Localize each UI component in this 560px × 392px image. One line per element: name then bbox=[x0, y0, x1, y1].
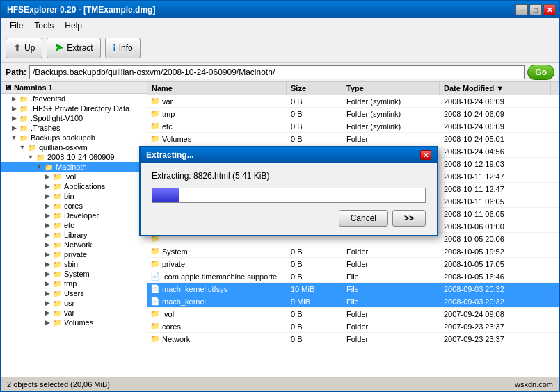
expand-arrow[interactable]: ▶ bbox=[43, 222, 51, 229]
tree-item-spotlight[interactable]: ▶📁.Spotlight-V100 bbox=[1, 113, 147, 123]
expand-arrow[interactable]: ▶ bbox=[10, 95, 18, 102]
expand-arrow[interactable]: ▶ bbox=[43, 309, 51, 316]
title-bar: HFSExplorer 0.20 - [TMExample.dmg] ─ □ ✕ bbox=[1, 1, 559, 18]
col-header-name[interactable]: Name bbox=[147, 82, 287, 95]
tree-item-library[interactable]: ▶📁Library bbox=[1, 230, 147, 240]
col-header-type[interactable]: Type bbox=[342, 82, 440, 95]
folder-icon: 📁 bbox=[150, 334, 160, 343]
table-row[interactable]: 📄.com.apple.timemachine.supporte0 BFile2… bbox=[147, 270, 559, 283]
progress-label: 9,6% (2,25 GiB/23,56 GiB) bbox=[152, 190, 425, 198]
menu-tools[interactable]: Tools bbox=[29, 19, 59, 32]
tree-item-backups[interactable]: ▼📁Backups.backupdb bbox=[1, 133, 147, 142]
expand-arrow[interactable]: ▼ bbox=[26, 154, 35, 161]
expand-arrow[interactable]: ▶ bbox=[43, 212, 51, 219]
folder-icon: 📁 bbox=[150, 247, 160, 256]
expand-arrow[interactable]: ▶ bbox=[43, 270, 51, 277]
tree-item-etc[interactable]: ▶📁etc bbox=[1, 220, 147, 230]
tree-item-vol[interactable]: ▶📁.vol bbox=[1, 172, 147, 181]
expand-arrow[interactable]: ▶ bbox=[10, 124, 18, 131]
minimize-button[interactable]: ─ bbox=[515, 4, 528, 15]
tree-item-label: private bbox=[64, 250, 87, 259]
file-date-cell: 2008-10-12 19:03 bbox=[440, 158, 551, 170]
table-row[interactable]: 📁.vol0 BFolder2007-09-24 09:08 bbox=[147, 308, 559, 320]
expand-arrow[interactable]: ▶ bbox=[43, 193, 51, 199]
extract-button[interactable]: Extract bbox=[47, 38, 100, 58]
file-name-cell: 📁System bbox=[147, 245, 287, 257]
tree-item-fseventsd[interactable]: ▶📁.fseventsd bbox=[1, 94, 147, 104]
folder-icon: 📁 bbox=[150, 322, 160, 331]
window-title: HFSExplorer 0.20 - [TMExample.dmg] bbox=[7, 5, 155, 15]
tree-item-developer[interactable]: ▶📁Developer bbox=[1, 211, 147, 220]
tree-item-date-folder[interactable]: ▼📁2008-10-24-060909 bbox=[1, 152, 147, 162]
menu-bar: File Tools Help bbox=[1, 18, 559, 33]
file-date-cell: 2008-10-24 06:09 bbox=[440, 121, 551, 132]
expand-arrow[interactable]: ▶ bbox=[43, 290, 51, 297]
table-row[interactable]: 📁tmp0 BFolder (symlink)2008-10-24 06:09 bbox=[147, 108, 559, 120]
tree-item-macinoth[interactable]: ▼📁Macinoth bbox=[1, 162, 147, 172]
tree-item-hfs-private[interactable]: ▶📁.HFS+ Private Directory Data bbox=[1, 104, 147, 113]
table-row[interactable]: 📁System0 BFolder2008-10-05 19:52 bbox=[147, 245, 559, 258]
expand-arrow[interactable]: ▶ bbox=[43, 241, 51, 248]
cancel-button[interactable]: Cancel bbox=[339, 210, 388, 227]
tree-item-quillian[interactable]: ▼📁quillian-osxvm bbox=[1, 142, 147, 152]
expand-arrow[interactable]: ▼ bbox=[35, 163, 43, 170]
expand-arrow[interactable]: ▼ bbox=[18, 144, 26, 151]
tree-container: ▶📁.fseventsd▶📁.HFS+ Private Directory Da… bbox=[1, 94, 147, 327]
tree-item-system[interactable]: ▶📁System bbox=[1, 269, 147, 279]
forward-button[interactable]: >> bbox=[392, 210, 426, 227]
tree-item-applications[interactable]: ▶📁Applications bbox=[1, 181, 147, 191]
expand-arrow[interactable]: ▶ bbox=[43, 261, 51, 268]
tree-item-private[interactable]: ▶📁private bbox=[1, 250, 147, 259]
expand-arrow[interactable]: ▶ bbox=[10, 105, 18, 112]
table-row[interactable]: 📁etc0 BFolder (symlink)2008-10-24 06:09 bbox=[147, 120, 559, 133]
maximize-button[interactable]: □ bbox=[529, 4, 542, 15]
table-row[interactable]: 📁Network0 BFolder2007-09-23 23:37 bbox=[147, 333, 559, 345]
go-button[interactable]: Go bbox=[527, 65, 554, 80]
tree-item-cores[interactable]: ▶📁cores bbox=[1, 201, 147, 211]
tree-item-network[interactable]: ▶📁Network bbox=[1, 240, 147, 250]
table-row[interactable]: 📄mach_kernel.ctfsys10 MiBFile2008-09-03 … bbox=[147, 283, 559, 295]
expand-arrow[interactable]: ▶ bbox=[43, 251, 51, 258]
expand-arrow[interactable]: ▶ bbox=[10, 115, 18, 122]
expand-arrow[interactable]: ▶ bbox=[43, 202, 51, 209]
table-row[interactable]: 📄mach_kernel9 MiBFile2008-09-03 20:32 bbox=[147, 295, 559, 308]
file-date-cell: 2008-10-11 12:47 bbox=[440, 183, 551, 195]
table-row[interactable]: 📁cores0 BFolder2007-09-23 23:37 bbox=[147, 320, 559, 333]
file-icon: 📄 bbox=[150, 284, 160, 293]
tree-item-tmp[interactable]: ▶📁tmp bbox=[1, 279, 147, 288]
file-type-cell: Folder (symlink) bbox=[342, 121, 440, 132]
tree-item-var[interactable]: ▶📁var bbox=[1, 308, 147, 318]
tree-item-volumes[interactable]: ▶📁Volumes bbox=[1, 318, 147, 327]
expand-arrow[interactable]: ▶ bbox=[43, 173, 51, 180]
col-header-size[interactable]: Size bbox=[287, 82, 342, 95]
expand-arrow[interactable]: ▶ bbox=[43, 183, 51, 190]
tree-item-sbin[interactable]: ▶📁sbin bbox=[1, 259, 147, 269]
path-bar: Path: Go bbox=[1, 63, 559, 82]
tree-item-bin[interactable]: ▶📁bin bbox=[1, 191, 147, 201]
menu-help[interactable]: Help bbox=[59, 19, 88, 32]
path-input[interactable] bbox=[29, 65, 525, 79]
tree-item-trashes[interactable]: ▶📁.Trashes bbox=[1, 123, 147, 133]
expand-arrow[interactable]: ▶ bbox=[43, 280, 51, 287]
menu-file[interactable]: File bbox=[4, 19, 29, 32]
tree-item-users[interactable]: ▶📁Users bbox=[1, 288, 147, 298]
table-row[interactable]: 📁var0 BFolder (symlink)2008-10-24 06:09 bbox=[147, 95, 559, 108]
file-name-cell: 📁Volumes bbox=[147, 133, 287, 145]
expand-arrow[interactable]: ▶ bbox=[43, 300, 51, 307]
table-row[interactable]: 📁Volumes0 BFolder2008-10-24 05:01 bbox=[147, 133, 559, 145]
tree-root-label: 🖥 bbox=[4, 83, 14, 92]
folder-icon: 📁 bbox=[51, 192, 63, 200]
table-row[interactable]: 📁private0 BFolder2008-10-05 17:05 bbox=[147, 258, 559, 270]
expand-arrow[interactable]: ▼ bbox=[10, 134, 18, 141]
expand-arrow[interactable]: ▶ bbox=[43, 231, 51, 238]
file-size-cell: 0 B bbox=[287, 108, 342, 120]
folder-icon: 📁 bbox=[51, 221, 63, 229]
col-header-date[interactable]: Date Modified ▼ bbox=[440, 82, 551, 95]
tree-item-usr[interactable]: ▶📁usr bbox=[1, 298, 147, 308]
up-button[interactable]: Up bbox=[6, 38, 42, 58]
extract-icon bbox=[54, 42, 64, 54]
dialog-close-button[interactable]: ✕ bbox=[420, 150, 431, 160]
info-button[interactable]: Info bbox=[105, 38, 141, 58]
close-button[interactable]: ✕ bbox=[543, 4, 556, 15]
expand-arrow[interactable]: ▶ bbox=[43, 319, 51, 326]
